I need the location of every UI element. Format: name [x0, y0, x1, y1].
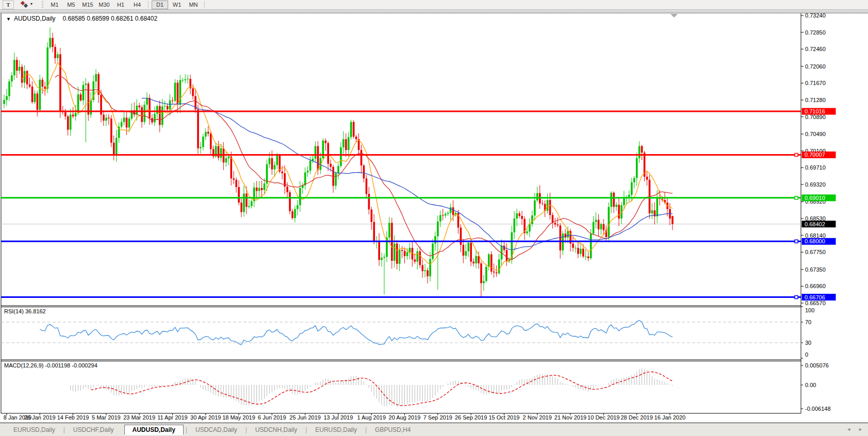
candle	[452, 207, 454, 215]
candle	[388, 223, 390, 237]
chart-shift-marker[interactable]	[670, 14, 678, 18]
candle	[146, 98, 148, 105]
candle	[304, 173, 306, 186]
candle	[585, 257, 587, 257]
candle	[192, 88, 194, 96]
date-axis-label: 30 Apr 2019	[190, 414, 221, 421]
candle	[179, 80, 182, 105]
candle	[205, 132, 207, 137]
candle	[261, 188, 263, 190]
candle	[251, 202, 253, 206]
timeframe-button-m15[interactable]: M15	[80, 1, 95, 9]
candle	[164, 106, 166, 107]
tab-eurusd-daily[interactable]: EURUSD,Daily	[5, 426, 63, 433]
candle	[54, 47, 56, 58]
tab-gbpusd-h4[interactable]: GBPUSD,H4	[367, 426, 419, 433]
candle	[432, 244, 434, 259]
candle	[542, 204, 544, 204]
price-axis-label: 0.67350	[805, 266, 826, 273]
candle	[549, 200, 551, 215]
candle	[463, 245, 465, 256]
candle	[638, 146, 641, 158]
hline-handle[interactable]	[795, 240, 798, 243]
candle	[437, 222, 439, 236]
tab-usdchf-daily[interactable]: USDCHF,Daily	[65, 426, 122, 433]
hline-handle[interactable]	[795, 296, 798, 299]
price-axis-label: 0.70490	[805, 131, 826, 137]
tab-scroll-right-icon[interactable]: ►	[858, 426, 863, 432]
date-axis-label: 5 Mar 2019	[92, 414, 121, 421]
candle	[368, 194, 370, 209]
candle	[315, 146, 317, 158]
rsi-axis-label: 30	[805, 340, 811, 346]
candle	[225, 158, 227, 162]
object-hlines	[1, 111, 801, 299]
candle	[651, 210, 653, 213]
candle	[258, 188, 260, 191]
candle	[309, 161, 312, 171]
chart-tab-bar: EURUSD,Daily|USDCHF,DailyAUDUSD,Daily|US…	[0, 423, 868, 436]
text-tool-button[interactable]: T	[3, 1, 14, 9]
candle	[41, 80, 43, 87]
tab-eurusd-daily[interactable]: EURUSD,Daily	[307, 426, 365, 433]
timeframe-button-m30[interactable]: M30	[96, 1, 112, 9]
price-axis: 0.732400.728500.724600.720600.716700.712…	[801, 12, 826, 306]
candle	[371, 209, 373, 222]
candle	[44, 87, 46, 89]
tab-scroll-left-icon[interactable]: ◄	[846, 426, 851, 432]
candle	[167, 106, 169, 110]
macd-axis-label: 0.005076	[805, 362, 829, 368]
timeframe-button-w1[interactable]: W1	[169, 1, 185, 9]
timeframe-button-m1[interactable]: M1	[47, 1, 62, 9]
candle	[187, 79, 189, 79]
rsi-label: RSI(14) 36.8162	[4, 308, 46, 314]
candle	[480, 263, 482, 283]
candle	[409, 248, 411, 252]
timeframe-button-h1[interactable]: H1	[113, 1, 128, 9]
candle	[472, 262, 474, 263]
candle	[646, 177, 648, 180]
candle	[126, 118, 128, 127]
timeframe-button-mn[interactable]: MN	[186, 1, 201, 9]
candle	[218, 146, 220, 158]
candle	[108, 118, 110, 119]
candle	[603, 224, 605, 230]
candle	[243, 194, 245, 212]
candle	[210, 133, 212, 149]
candle	[493, 272, 495, 273]
candle	[174, 83, 176, 101]
timeframe-button-d1[interactable]: D1	[152, 1, 168, 9]
candle	[366, 178, 368, 194]
tab-usdcnh-daily[interactable]: USDCNH,Daily	[247, 426, 305, 433]
candle	[590, 233, 592, 258]
price-axis-label: 0.72460	[805, 46, 826, 52]
date-axis-label: 2 Nov 2019	[523, 414, 552, 421]
timeframe-button-m5[interactable]: M5	[63, 1, 79, 9]
hline-handle[interactable]	[795, 196, 798, 199]
candle	[478, 256, 480, 263]
candle	[363, 165, 365, 178]
candle	[220, 148, 222, 158]
candle	[475, 256, 477, 263]
candle	[628, 195, 630, 197]
hline-handle[interactable]	[795, 153, 798, 156]
candle	[483, 281, 485, 283]
candle	[467, 243, 469, 251]
candle	[348, 137, 350, 150]
candle	[340, 147, 342, 166]
chart-style-button[interactable]: ▾	[19, 1, 37, 9]
tab-audusd-daily[interactable]: AUDUSD,Daily	[124, 425, 184, 435]
candle	[128, 119, 130, 128]
candle	[593, 222, 595, 234]
candle	[521, 216, 523, 219]
candle	[269, 158, 271, 164]
candle	[240, 203, 242, 212]
chart-scroll-strip[interactable]	[0, 10, 868, 13]
collapse-arrow-icon[interactable]: ▼	[6, 16, 11, 22]
candle	[64, 112, 67, 116]
timeframe-button-h4[interactable]: H4	[129, 1, 145, 9]
candle	[516, 213, 518, 219]
candle	[383, 257, 385, 258]
tab-usdcad-daily[interactable]: USDCAD,Daily	[187, 426, 245, 433]
candle	[424, 270, 426, 271]
